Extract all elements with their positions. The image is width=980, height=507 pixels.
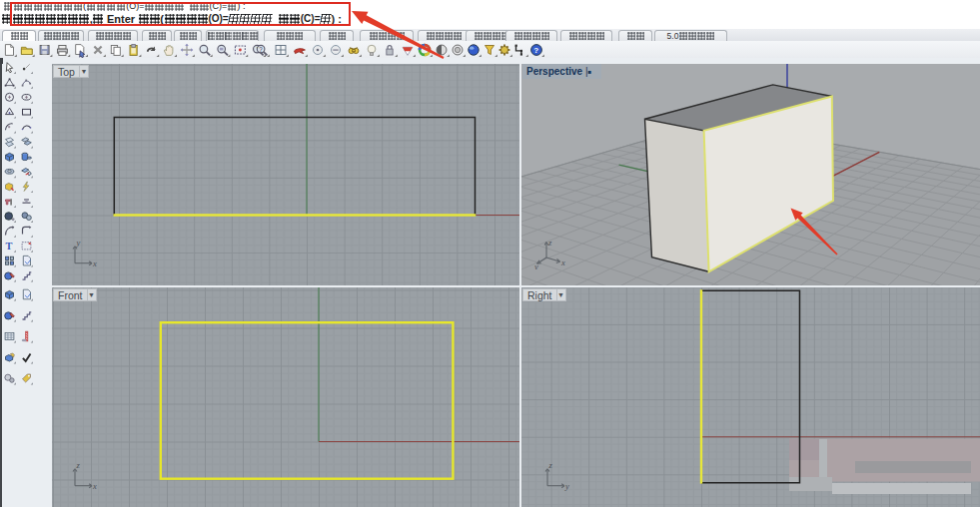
svg-text:T: T [6,241,13,252]
svg-text:x: x [92,481,97,491]
svg-text:z: z [548,460,553,470]
svg-text:y: y [564,481,569,491]
svg-text:y: y [76,238,81,248]
svg-text:z: z [547,238,552,248]
svg-text:x: x [92,258,97,268]
svg-text:y: y [534,261,538,269]
svg-text:z: z [76,460,81,470]
svg-text:x: x [560,257,565,267]
